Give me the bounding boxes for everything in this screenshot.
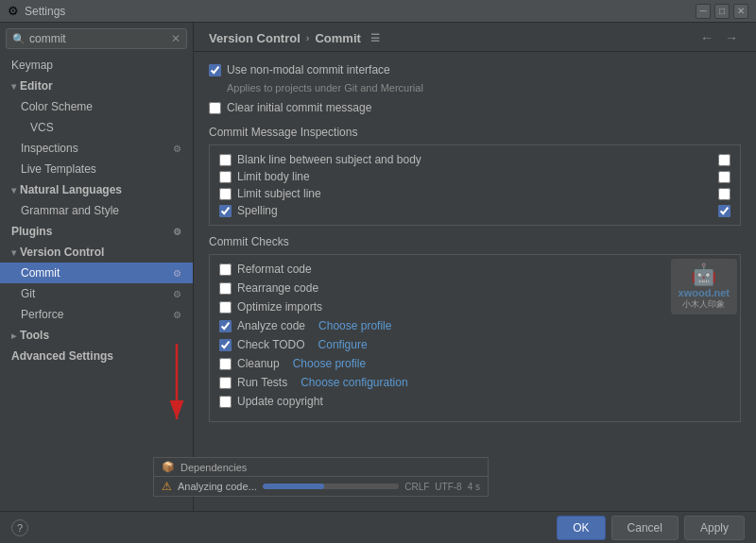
use-non-modal-checkbox[interactable] (209, 64, 221, 76)
sidebar-item-keymap[interactable]: Keymap (0, 55, 193, 76)
title-bar-title: Settings (25, 5, 65, 18)
limit-body-checkbox[interactable] (219, 171, 232, 183)
apply-button[interactable]: Apply (684, 516, 745, 540)
popup-analyzing-label: Analyzing code... (178, 481, 257, 492)
progress-bar (263, 484, 399, 489)
expand-icon: ▾ (11, 81, 16, 92)
sidebar-item-label: Commit (21, 266, 60, 280)
blank-line-label: Blank line between subject and body (237, 153, 421, 166)
analyze-code-label: Analyze code (237, 319, 305, 332)
sidebar-item-label: Inspections (21, 142, 78, 155)
popup-crlf: CRLF (404, 482, 429, 492)
commit-checks-box: Reformat code Rearrange code Optimize im… (209, 254, 741, 422)
analyze-code-row: Analyze code Choose profile (219, 319, 730, 332)
expand-icon: ▸ (11, 331, 16, 341)
optimize-imports-checkbox[interactable] (219, 301, 232, 314)
limit-subject-label: Limit subject line (237, 187, 321, 200)
popup-icon: 📦 (162, 461, 175, 473)
help-button[interactable]: ? (11, 519, 28, 536)
cleanup-checkbox[interactable] (219, 358, 232, 370)
update-copyright-row: Update copyright (219, 395, 730, 408)
sidebar-item-commit[interactable]: Commit ⚙ (0, 263, 193, 283)
restore-button[interactable]: □ (714, 4, 730, 19)
popup-dependencies-row: 📦 Dependencies (154, 458, 488, 477)
optimize-imports-label: Optimize imports (237, 300, 322, 314)
breadcrumb-separator: › (306, 32, 310, 43)
sidebar-item-label: Color Scheme (21, 100, 93, 113)
cancel-button[interactable]: Cancel (611, 516, 679, 540)
clear-message-row: Clear initial commit message (209, 101, 741, 114)
check-todo-label: Check TODO (237, 338, 305, 351)
close-button[interactable]: ✕ (733, 4, 748, 19)
sidebar-item-label: Grammar and Style (21, 204, 119, 217)
sidebar-item-plugins[interactable]: Plugins ⚙ (0, 221, 193, 242)
minimize-button[interactable]: ─ (696, 4, 711, 19)
analyze-code-checkbox[interactable] (219, 320, 232, 332)
blank-line-checkbox[interactable] (219, 154, 232, 166)
commit-checks-title: Commit Checks (209, 235, 741, 248)
ok-button[interactable]: OK (557, 516, 605, 540)
sidebar-item-label: Plugins (11, 225, 52, 238)
breadcrumb-current: Commit (315, 31, 360, 45)
sidebar-item-grammar-style[interactable]: Grammar and Style (0, 200, 193, 221)
run-tests-checkbox[interactable] (219, 377, 232, 389)
update-copyright-label: Update copyright (237, 395, 323, 408)
check-todo-checkbox[interactable] (219, 339, 232, 351)
popup-dependencies-label: Dependencies (180, 462, 247, 473)
sidebar-item-label: Git (21, 287, 35, 300)
sidebar-item-label: Editor (20, 79, 53, 93)
title-bar-left: ⚙ Settings (8, 4, 65, 18)
reformat-code-row: Reformat code (219, 263, 730, 276)
sidebar-item-version-control[interactable]: ▾ Version Control (0, 242, 193, 263)
blank-line-row: Blank line between subject and body (219, 153, 730, 166)
expand-icon: ▾ (11, 247, 16, 258)
run-tests-row: Run Tests Choose configuration (219, 376, 730, 389)
popup-analyzing-row: ⚠ Analyzing code... CRLF UTF-8 4 s (154, 477, 488, 496)
run-tests-label: Run Tests (237, 376, 287, 389)
run-tests-link[interactable]: Choose configuration (301, 376, 407, 389)
optimize-imports-row: Optimize imports (219, 300, 730, 314)
reformat-code-label: Reformat code (237, 263, 312, 276)
spelling-row: Spelling (219, 204, 730, 217)
sidebar-item-inspections[interactable]: Inspections ⚙ (0, 138, 193, 159)
sidebar-item-vcs[interactable]: VCS (0, 117, 193, 138)
title-bar-controls: ─ □ ✕ (696, 4, 748, 19)
search-input[interactable] (29, 32, 167, 45)
sidebar-item-label: Version Control (20, 246, 104, 259)
nav-back-button[interactable]: ← (697, 30, 716, 45)
sidebar-item-label: Perforce (21, 308, 63, 321)
sidebar-item-label: Live Templates (21, 162, 96, 176)
progress-bar-fill (263, 484, 324, 489)
search-clear-icon[interactable]: ✕ (171, 32, 180, 45)
reformat-code-checkbox[interactable] (219, 263, 232, 276)
check-todo-link[interactable]: Configure (318, 338, 368, 351)
sidebar: 🔍 ✕ Keymap ▾ Editor Color Scheme VCS Ins… (0, 23, 194, 511)
cleanup-link[interactable]: Choose profile (293, 357, 366, 370)
sidebar-item-tools[interactable]: ▸ Tools (0, 325, 193, 346)
limit-subject-checkbox[interactable] (219, 188, 232, 200)
sidebar-item-advanced-settings[interactable]: Advanced Settings (0, 346, 193, 366)
spelling-checkbox[interactable] (219, 205, 232, 217)
search-icon: 🔍 (12, 33, 26, 45)
rearrange-code-checkbox[interactable] (219, 282, 232, 295)
header-nav: ← → (697, 30, 741, 45)
sidebar-item-live-templates[interactable]: Live Templates (0, 159, 193, 179)
clear-message-label: Clear initial commit message (227, 101, 371, 114)
sidebar-item-color-scheme[interactable]: Color Scheme (0, 96, 193, 117)
sidebar-item-label: Advanced Settings (11, 349, 113, 363)
analyze-code-link[interactable]: Choose profile (318, 319, 391, 332)
clear-message-checkbox[interactable] (209, 102, 221, 114)
rearrange-code-label: Rearrange code (237, 281, 318, 295)
sidebar-item-editor[interactable]: ▾ Editor (0, 76, 193, 96)
expand-icon: ▾ (11, 185, 16, 195)
commit-message-inspections-box: Blank line between subject and body Limi… (209, 144, 741, 226)
update-copyright-checkbox[interactable] (219, 396, 232, 408)
sidebar-item-natural-languages[interactable]: ▾ Natural Languages (0, 179, 193, 200)
use-non-modal-hint: Applies to projects under Git and Mercur… (227, 82, 741, 93)
sidebar-item-git[interactable]: Git ⚙ (0, 283, 193, 304)
sidebar-item-perforce[interactable]: Perforce ⚙ (0, 304, 193, 325)
limit-subject-row: Limit subject line (219, 187, 730, 200)
use-non-modal-row: Use non-modal commit interface (209, 63, 741, 76)
spelling-label: Spelling (237, 204, 278, 217)
nav-forward-button[interactable]: → (722, 30, 741, 45)
